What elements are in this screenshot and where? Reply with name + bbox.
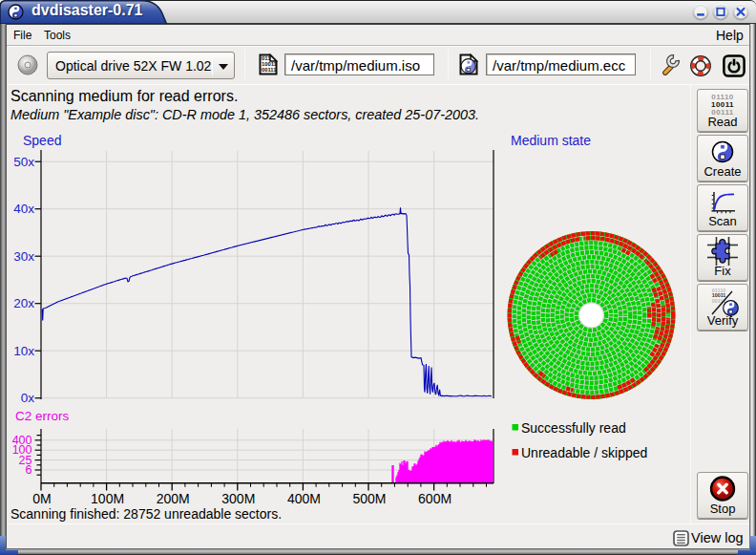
svg-text:200M: 200M xyxy=(157,491,190,506)
svg-text:20x: 20x xyxy=(13,296,34,310)
svg-text:6: 6 xyxy=(26,463,32,477)
svg-text:30x: 30x xyxy=(13,249,34,264)
svg-text:100M: 100M xyxy=(91,491,124,506)
svg-text:50x: 50x xyxy=(13,155,34,169)
svg-text:10x: 10x xyxy=(13,344,34,358)
svg-text:600M: 600M xyxy=(418,491,452,506)
svg-text:500M: 500M xyxy=(352,491,386,506)
svg-text:40x: 40x xyxy=(13,202,34,216)
svg-text:C2 errors: C2 errors xyxy=(15,409,70,423)
svg-text:Successfully read: Successfully read xyxy=(521,420,626,436)
svg-text:Unreadable / skipped: Unreadable / skipped xyxy=(521,445,647,460)
svg-text:0M: 0M xyxy=(32,491,51,506)
svg-text:0x: 0x xyxy=(21,391,35,405)
svg-text:300M: 300M xyxy=(221,491,255,506)
svg-text:Medium state: Medium state xyxy=(511,133,591,148)
svg-text:400M: 400M xyxy=(287,491,321,506)
svg-text:Speed: Speed xyxy=(23,133,61,148)
